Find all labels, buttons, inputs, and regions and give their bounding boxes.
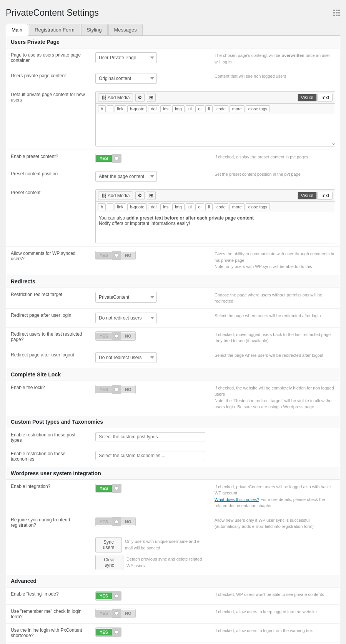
toolbar-li-1[interactable]: li: [205, 105, 213, 112]
toolbar-more-1[interactable]: more: [230, 105, 245, 112]
visual-btn-2[interactable]: Visual: [298, 192, 317, 200]
select-preset-position[interactable]: After the page content: [95, 171, 157, 182]
select-redirect-after-login[interactable]: Do not redirect users: [95, 313, 157, 323]
label-allow-comments: Allow comments for WP synced users?: [6, 247, 91, 274]
clear-sync-button[interactable]: Clear sync: [95, 555, 123, 570]
toggle-inline-login[interactable]: YES: [95, 627, 121, 637]
toggle-enable-preset[interactable]: YES: [95, 154, 121, 163]
label-restriction-post-types: Enable restriction on these post types: [6, 428, 91, 447]
label-redirect-last-page: Redirect users to the last restricted pa…: [6, 327, 91, 348]
gear-btn-2[interactable]: ⚙: [135, 191, 145, 200]
tab-styling[interactable]: Styling: [81, 24, 108, 35]
select-restriction-redirect[interactable]: PrivateContent: [95, 292, 157, 303]
toolbar-b-1[interactable]: b: [98, 105, 106, 112]
toolbar-ins-1[interactable]: ins: [160, 105, 171, 112]
desc-enable-preset: If checked, display the preset content i…: [210, 150, 340, 167]
editor-preset-textarea: You can also add a preset text before or…: [96, 212, 335, 243]
tab-registration-form[interactable]: Registration Form: [29, 24, 80, 35]
apps-icon: [333, 10, 340, 17]
label-min-role-plugin: Minimum role to use the plugin: [6, 642, 91, 644]
text-btn-1[interactable]: Text: [317, 94, 333, 102]
toolbar-ul-1[interactable]: ul: [186, 105, 195, 112]
desc-inline-login: If checked, allow users to login from th…: [210, 623, 340, 642]
editor-default-content: 🖼 Add Media ⚙ ⊞ Visual Text: [95, 91, 335, 146]
desc-redirect-last-page: If checked, move logged users back to th…: [210, 327, 340, 348]
label-restriction-redirect: Restriction redirect target: [6, 288, 91, 309]
toolbar-closetags-2[interactable]: close tags: [246, 203, 270, 210]
section-advanced: Advanced: [6, 575, 340, 587]
toggle-testing-mode[interactable]: YES: [95, 591, 121, 601]
add-media-btn-1[interactable]: 🖼 Add Media: [98, 93, 133, 102]
grid-btn-1[interactable]: ⊞: [147, 93, 156, 102]
add-media-btn-2[interactable]: 🖼 Add Media: [98, 191, 133, 200]
label-inline-login: Use the inline login with PxContent shor…: [6, 623, 91, 642]
desc-clear-sync: Detach previous sync and delete related …: [126, 556, 205, 569]
toggle-enable-lock[interactable]: YES NO: [95, 385, 136, 394]
desc-page-content: Content that will see non logged users: [210, 69, 340, 88]
select-redirect-after-logout[interactable]: Do not redirect users: [95, 352, 157, 363]
toolbar-ul-2[interactable]: ul: [186, 203, 195, 210]
tabs: Main Registration Form Styling Messages: [6, 24, 340, 36]
editor-textarea-1[interactable]: [96, 114, 335, 145]
tab-messages[interactable]: Messages: [108, 24, 143, 35]
label-enable-preset: Enable preset content?: [6, 150, 91, 167]
toolbar-li-2[interactable]: li: [205, 203, 213, 210]
gear-btn-1[interactable]: ⚙: [135, 93, 145, 102]
toolbar-code-1[interactable]: code: [214, 105, 228, 112]
toggle-redirect-last-page[interactable]: YES NO: [95, 331, 136, 341]
toolbar-i-1[interactable]: i: [107, 105, 113, 112]
toolbar-i-2[interactable]: i: [107, 203, 113, 210]
label-require-sync: Require sync during frontend registratio…: [6, 513, 91, 534]
label-testing-mode: Enable "testing" mode?: [6, 587, 91, 605]
toggle-enable-integration[interactable]: YES: [95, 484, 121, 493]
toolbar-img-2[interactable]: img: [172, 203, 185, 210]
toolbar-img-1[interactable]: img: [172, 105, 185, 112]
editor-preset-content: 🖼 Add Media ⚙ ⊞ Visual Text: [95, 189, 335, 243]
select-page-container[interactable]: User Private Page: [95, 52, 157, 63]
visual-btn-1[interactable]: Visual: [298, 94, 317, 102]
desc-page-container: The chosen page's contengt will be overw…: [210, 48, 340, 69]
media-icon-1: 🖼: [101, 95, 106, 100]
toolbar-ol-1[interactable]: ol: [195, 105, 204, 112]
input-post-types[interactable]: [95, 432, 205, 441]
label-preset-content: Preset content: [6, 186, 91, 247]
label-restriction-taxonomies: Enable restriction on these taxonomies: [6, 447, 91, 466]
toolbar-link-1[interactable]: link: [115, 105, 126, 112]
toolbar-b-2[interactable]: b: [98, 203, 106, 210]
label-redirect-after-logout: Redirect page after user logout: [6, 348, 91, 367]
toggle-slider-comments: [112, 251, 121, 260]
sync-users-button[interactable]: Sync users: [95, 537, 122, 552]
label-remember-me: Use "remember me" check in login form?: [6, 604, 91, 623]
label-redirect-after-login: Redirect page after user login: [6, 308, 91, 327]
toolbar-bquote-2[interactable]: b-quote: [127, 203, 147, 210]
input-taxonomies[interactable]: [95, 451, 205, 460]
toolbar-code-2[interactable]: code: [214, 203, 228, 210]
toggle-require-sync[interactable]: YES NO: [95, 517, 136, 526]
toolbar-ins-2[interactable]: ins: [160, 203, 171, 210]
section-wp-integration: Wordpress user system integration: [6, 467, 340, 480]
toolbar-del-2[interactable]: del: [148, 203, 159, 210]
desc-testing-mode: If checked, WP users won't be able to se…: [210, 587, 340, 605]
desc-remember-me: If checked, allow users to keep logged i…: [210, 604, 340, 623]
toolbar-del-1[interactable]: del: [148, 105, 159, 112]
label-enable-lock: Enable the lock?: [6, 381, 91, 414]
desc-allow-comments: Gives the ability to communicate with us…: [210, 247, 340, 274]
select-page-content[interactable]: Original content: [95, 73, 157, 84]
label-preset-position: Preset content position: [6, 167, 91, 186]
toggle-remember-me[interactable]: YES NO: [95, 609, 136, 618]
toolbar-link-2[interactable]: link: [115, 203, 126, 210]
toggle-no-comments: NO: [121, 252, 135, 259]
desc-require-sync: Allow new users only if WP user sync is …: [210, 513, 340, 534]
label-page-content: Users private page content: [6, 69, 91, 88]
page-title: PrivateContent Settings: [6, 8, 340, 18]
desc-sync-users: Only users with unique username and e-ma…: [125, 538, 205, 551]
toolbar-more-2[interactable]: more: [230, 203, 245, 210]
toggle-allow-comments[interactable]: YES NO: [95, 251, 136, 260]
section-custom-post-types: Custom Post types and Taxonomies: [6, 416, 340, 428]
text-btn-2[interactable]: Text: [317, 192, 333, 200]
toolbar-ol-2[interactable]: ol: [195, 203, 204, 210]
toolbar-closetags-1[interactable]: close tags: [246, 105, 270, 112]
tab-main[interactable]: Main: [6, 24, 28, 36]
toolbar-bquote-1[interactable]: b-quote: [127, 105, 147, 112]
grid-btn-2[interactable]: ⊞: [147, 191, 156, 200]
